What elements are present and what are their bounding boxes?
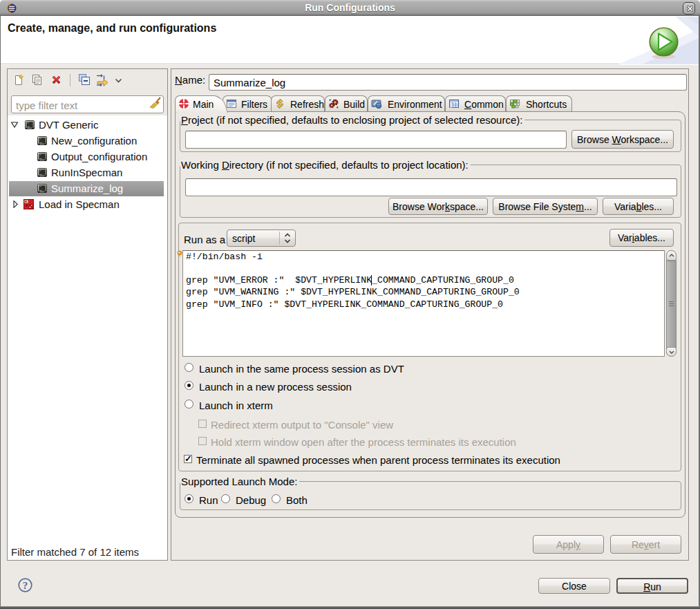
svg-text:?: ? — [23, 580, 28, 591]
